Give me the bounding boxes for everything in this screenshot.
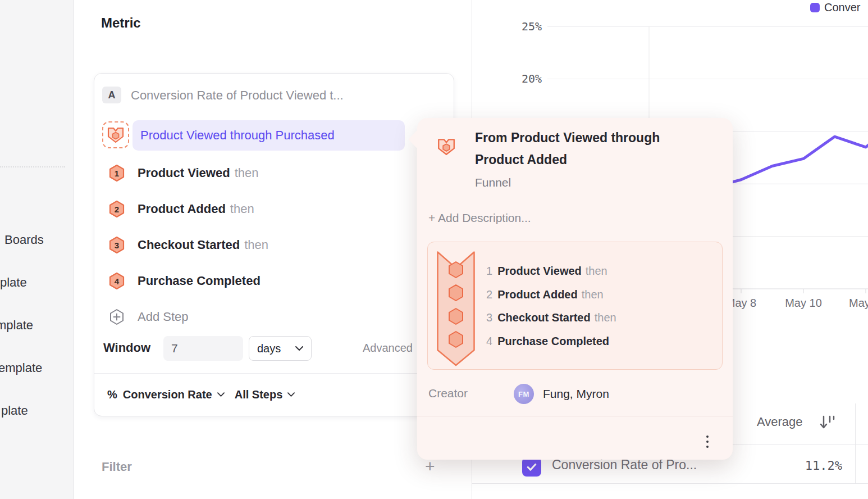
funnel-ribbon-icon (437, 251, 475, 366)
add-filter-button[interactable]: + (425, 461, 435, 472)
chevron-down-icon (287, 392, 295, 397)
funnel-details-popover: From Product Viewed through Product Adde… (417, 118, 733, 460)
filter-section-heading: Filter (102, 460, 132, 474)
table-row-average: 11.2% (747, 459, 842, 473)
measure-dropdown[interactable]: Conversion Rate (123, 388, 225, 401)
percent-symbol: % (107, 388, 117, 401)
step-3-hex-badge: 3 (108, 236, 125, 254)
steps-scope-dropdown[interactable]: All Steps (235, 388, 295, 401)
popover-title: From Product Viewed through Product Adde… (475, 127, 680, 171)
chevron-down-icon (217, 392, 225, 397)
series-checkbox[interactable] (522, 457, 541, 477)
popover-step-list: 1Product Viewedthen 2Product Addedthen 3… (486, 260, 616, 353)
popover-funnel-card: 1Product Viewedthen 2Product Addedthen 3… (427, 242, 723, 370)
funnel-step-row-4[interactable]: 4 Purchase Completed (108, 270, 261, 292)
advanced-link[interactable]: Advanced (363, 342, 413, 355)
window-value-input[interactable] (163, 336, 243, 361)
sidebar-item-template-4[interactable]: plate (1, 403, 28, 418)
step-2-hex-badge: 2 (108, 200, 125, 218)
selected-step-pill[interactable]: Product Viewed through Purchased (133, 120, 405, 151)
step-4-name: Purchase Completed (138, 274, 261, 288)
popover-type-label: Funnel (475, 176, 511, 189)
checkmark-icon (526, 461, 538, 473)
creator-avatar: FM (514, 384, 534, 404)
creator-name: Fung, Myron (543, 387, 609, 401)
x-axis-tick-label: May 10 (785, 297, 822, 310)
chevron-down-icon (295, 346, 303, 351)
step-1-hex-badge: 1 (108, 164, 125, 182)
popover-funnel-icon (436, 137, 456, 159)
sidebar-item-boards[interactable]: Boards (4, 233, 44, 247)
window-label: Window (103, 341, 150, 355)
table-column-divider (855, 403, 856, 483)
add-description-link[interactable]: + Add Description... (428, 211, 531, 225)
sidebar: Boards plate mplate emplate plate (0, 0, 74, 499)
funnel-step-selected-icon[interactable] (102, 121, 129, 148)
step-1-name: Product Viewedthen (138, 166, 258, 180)
sidebar-item-template-1[interactable]: plate (0, 275, 27, 290)
series-badge: A (102, 87, 121, 103)
funnel-step-row-3[interactable]: 3 Checkout Startedthen (108, 234, 268, 256)
funnel-icon (106, 125, 125, 144)
column-header-average[interactable]: Average (757, 415, 803, 429)
creator-label: Creator (428, 387, 468, 400)
sort-desc-icon[interactable] (819, 414, 835, 430)
metric-card: A Conversion Rate of Product Viewed t...… (94, 73, 454, 416)
measure-footer: % Conversion Rate All Steps (107, 385, 295, 403)
sidebar-separator (0, 166, 65, 167)
table-row-border (472, 483, 868, 484)
popover-step-3: 3Checkout Startedthen (486, 306, 616, 330)
more-options-button[interactable] (701, 433, 714, 450)
sidebar-item-template-3[interactable]: emplate (0, 361, 42, 375)
popover-divider (417, 416, 733, 416)
window-unit-value: days (257, 342, 281, 355)
add-step-button[interactable]: Add Step (108, 306, 189, 328)
popover-step-2: 2Product Addedthen (486, 283, 616, 307)
x-axis-tick-label: May (849, 297, 868, 310)
step-3-name: Checkout Startedthen (138, 238, 268, 252)
sidebar-item-template-2[interactable]: mplate (0, 318, 33, 333)
step-2-name: Product Addedthen (138, 202, 254, 216)
funnel-step-row-2[interactable]: 2 Product Addedthen (108, 198, 254, 220)
series-title[interactable]: Conversion Rate of Product Viewed t... (131, 88, 344, 103)
popover-step-4: 4Purchase Completed (486, 330, 616, 353)
add-step-label: Add Step (138, 310, 189, 324)
app-window: Boards plate mplate emplate plate Metric… (0, 0, 868, 499)
window-unit-select[interactable]: days (249, 336, 312, 361)
add-step-icon (108, 308, 125, 326)
funnel-step-row-1[interactable]: 1 Product Viewedthen (108, 162, 258, 184)
table-row-name[interactable]: Conversion Rate of Pro... (552, 457, 697, 473)
popover-step-1: 1Product Viewedthen (486, 260, 616, 283)
metric-section-heading: Metric (101, 15, 141, 31)
card-divider (94, 373, 454, 374)
step-4-hex-badge: 4 (108, 272, 125, 290)
